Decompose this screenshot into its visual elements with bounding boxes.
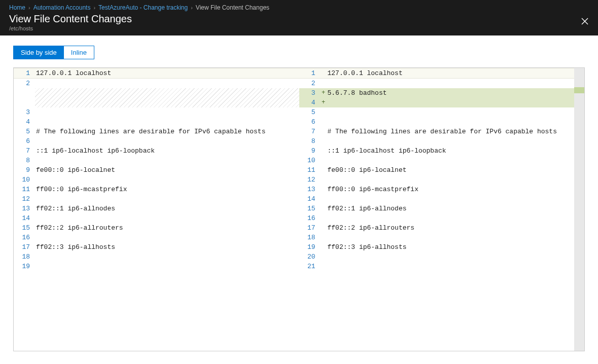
diff-line[interactable]: 5 bbox=[299, 107, 575, 117]
diff-line[interactable]: 3 bbox=[14, 107, 299, 117]
right-lines[interactable]: 1127.0.0.1 localhost23+5.6.7.8 badhost4+… bbox=[299, 68, 575, 271]
chevron-right-icon: › bbox=[191, 5, 193, 11]
line-number: 3 bbox=[14, 107, 35, 117]
chevron-right-icon: › bbox=[28, 5, 30, 11]
header-bar: Home › Automation Accounts › TestAzureAu… bbox=[0, 0, 598, 35]
line-number bbox=[14, 88, 35, 107]
line-number: 7 bbox=[14, 146, 35, 156]
change-marker bbox=[321, 204, 327, 213]
diff-line[interactable]: 12 bbox=[299, 175, 575, 185]
diff-line[interactable]: 14 bbox=[14, 213, 299, 223]
line-number: 6 bbox=[14, 136, 35, 146]
diff-line[interactable]: 4+ bbox=[299, 98, 575, 107]
code-content: ff02::1 ip6-allnodes bbox=[35, 204, 299, 213]
code-content: ff02::3 ip6-allhosts bbox=[327, 242, 575, 252]
overview-ruler[interactable] bbox=[574, 68, 584, 351]
code-content bbox=[327, 98, 575, 107]
breadcrumb-accounts[interactable]: Automation Accounts bbox=[33, 4, 91, 11]
left-pane: 1127.0.0.1 localhost2345# The following … bbox=[14, 68, 299, 351]
line-number: 5 bbox=[14, 127, 35, 136]
left-lines[interactable]: 1127.0.0.1 localhost2345# The following … bbox=[14, 68, 299, 271]
diff-line[interactable]: 1127.0.0.1 localhost bbox=[299, 68, 575, 79]
code-content bbox=[327, 79, 575, 88]
line-number: 2 bbox=[299, 79, 321, 88]
right-pane: 1127.0.0.1 localhost23+5.6.7.8 badhost4+… bbox=[299, 68, 575, 351]
change-marker bbox=[321, 107, 327, 117]
diff-line[interactable]: 10 bbox=[299, 156, 575, 165]
diff-line[interactable]: 21 bbox=[299, 262, 575, 271]
line-number: 11 bbox=[299, 165, 321, 175]
diff-line[interactable]: 13ff00::0 ip6-mcastprefix bbox=[299, 185, 575, 194]
breadcrumb-home[interactable]: Home bbox=[9, 4, 25, 11]
code-content: ff02::2 ip6-allrouters bbox=[35, 223, 299, 233]
breadcrumb-resource[interactable]: TestAzureAuto - Change tracking bbox=[98, 4, 188, 11]
line-number: 14 bbox=[14, 213, 35, 223]
breadcrumb-current: View File Content Changes bbox=[196, 4, 269, 11]
line-number: 13 bbox=[14, 204, 35, 213]
diff-line[interactable]: 13ff02::1 ip6-allnodes bbox=[14, 204, 299, 213]
code-content: ff02::3 ip6-allhosts bbox=[35, 242, 299, 252]
line-number: 10 bbox=[14, 175, 35, 185]
diff-line[interactable]: 11ff00::0 ip6-mcastprefix bbox=[14, 185, 299, 194]
diff-line[interactable]: 9fe00::0 ip6-localnet bbox=[14, 165, 299, 175]
diff-line[interactable]: 5# The following lines are desirable for… bbox=[14, 127, 299, 136]
diff-line[interactable]: 3+5.6.7.8 badhost bbox=[299, 88, 575, 98]
diff-line[interactable]: 8 bbox=[14, 156, 299, 165]
line-number: 9 bbox=[14, 165, 35, 175]
diff-line[interactable]: 4 bbox=[14, 117, 299, 127]
line-number: 19 bbox=[299, 242, 321, 252]
diff-line[interactable]: 2 bbox=[299, 79, 575, 88]
inline-button[interactable]: Inline bbox=[64, 46, 94, 59]
line-number: 15 bbox=[14, 223, 35, 233]
diff-line[interactable]: 12 bbox=[14, 194, 299, 204]
diff-line[interactable]: 19 bbox=[14, 262, 299, 271]
chevron-right-icon: › bbox=[93, 5, 95, 11]
code-content: ff02::1 ip6-allnodes bbox=[327, 204, 575, 213]
line-number: 9 bbox=[299, 146, 321, 156]
diff-line[interactable]: 20 bbox=[299, 252, 575, 262]
diff-line[interactable]: 17ff02::2 ip6-allrouters bbox=[299, 223, 575, 233]
change-marker bbox=[321, 242, 327, 252]
diff-line[interactable]: 16 bbox=[14, 233, 299, 242]
diff-line[interactable]: 2 bbox=[14, 79, 299, 88]
change-marker bbox=[321, 213, 327, 223]
diff-line[interactable]: 16 bbox=[299, 213, 575, 223]
diff-line[interactable]: 6 bbox=[299, 117, 575, 127]
line-number: 21 bbox=[299, 262, 321, 271]
diff-line[interactable]: 15ff02::1 ip6-allnodes bbox=[299, 204, 575, 213]
diff-line[interactable]: 19ff02::3 ip6-allhosts bbox=[299, 242, 575, 252]
code-content bbox=[327, 136, 575, 146]
line-number: 14 bbox=[299, 194, 321, 204]
change-marker bbox=[321, 252, 327, 262]
diff-line[interactable]: 17ff02::3 ip6-allhosts bbox=[14, 242, 299, 252]
change-marker bbox=[321, 117, 327, 127]
diff-line[interactable]: 7::1 ip6-localhost ip6-loopback bbox=[14, 146, 299, 156]
line-number: 8 bbox=[14, 156, 35, 165]
diff-line[interactable]: 18 bbox=[14, 252, 299, 262]
code-content bbox=[35, 175, 299, 185]
diff-line[interactable]: 1127.0.0.1 localhost bbox=[14, 68, 299, 79]
diff-line[interactable]: 14 bbox=[299, 194, 575, 204]
page-title: View File Content Changes bbox=[9, 13, 589, 25]
diff-line[interactable]: 15ff02::2 ip6-allrouters bbox=[14, 223, 299, 233]
diff-line[interactable]: 7# The following lines are desirable for… bbox=[299, 127, 575, 136]
content-area: Side by side Inline 1127.0.0.1 localhost… bbox=[0, 35, 598, 364]
code-content bbox=[327, 252, 575, 262]
diff-line[interactable]: 10 bbox=[14, 175, 299, 185]
diff-line[interactable] bbox=[14, 88, 299, 107]
code-content bbox=[35, 156, 299, 165]
diff-line[interactable]: 9::1 ip6-localhost ip6-loopback bbox=[299, 146, 575, 156]
line-number: 4 bbox=[299, 98, 321, 107]
diff-line[interactable]: 18 bbox=[299, 233, 575, 242]
line-number: 7 bbox=[299, 127, 321, 136]
diff-line[interactable]: 6 bbox=[14, 136, 299, 146]
diff-line[interactable]: 8 bbox=[299, 136, 575, 146]
code-content bbox=[35, 107, 299, 117]
code-content: # The following lines are desirable for … bbox=[327, 127, 575, 136]
line-number: 10 bbox=[299, 156, 321, 165]
code-content bbox=[327, 156, 575, 165]
close-icon[interactable] bbox=[579, 15, 591, 27]
diff-line[interactable]: 11fe00::0 ip6-localnet bbox=[299, 165, 575, 175]
code-content: 127.0.0.1 localhost bbox=[35, 68, 299, 78]
side-by-side-button[interactable]: Side by side bbox=[14, 46, 64, 59]
